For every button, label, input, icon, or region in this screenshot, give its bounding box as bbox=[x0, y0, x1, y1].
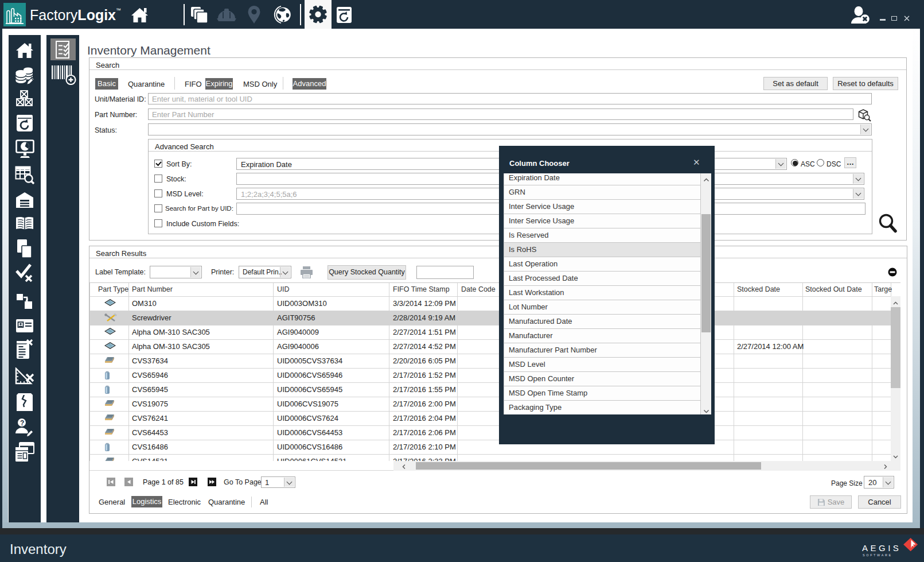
svg-text:?: ? bbox=[20, 419, 24, 427]
